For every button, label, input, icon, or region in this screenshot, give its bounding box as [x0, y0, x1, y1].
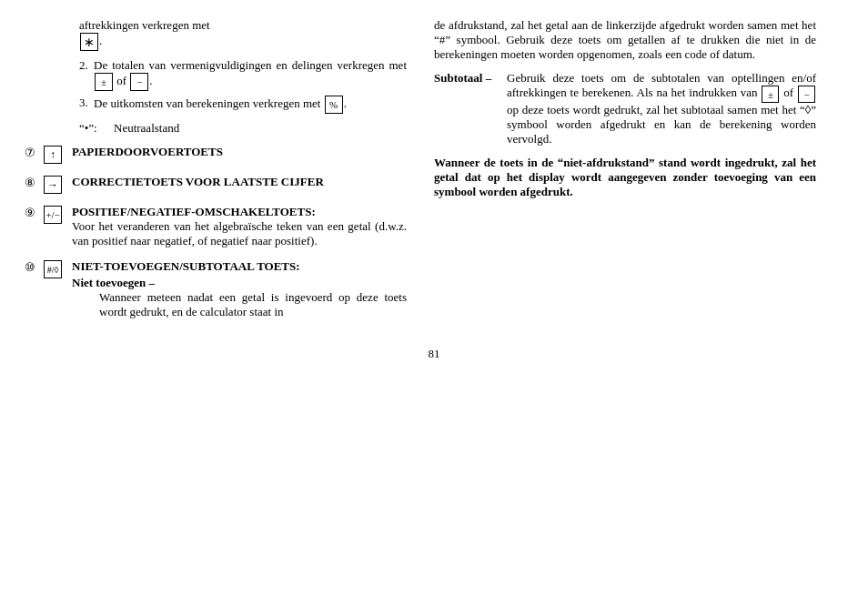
item-3-text: De uitkomsten van berekeningen verkregen…	[94, 96, 407, 114]
neutral-text: Neutraalstand	[114, 121, 179, 136]
plus-minus-box: ±	[95, 73, 113, 91]
section-8-title: POSITIEF/NEGATIEF-OMSCHAKELTOETS:	[72, 205, 407, 219]
section-6: ⑦ ↑ PAPIERDOORVOERTOETS	[25, 145, 407, 164]
section-9-body: Wanneer meteen nadat een getal is ingevo…	[99, 290, 407, 319]
item-3: 3. De uitkomsten van berekeningen verkre…	[79, 96, 407, 114]
right-para-1: de afdrukstand, zal het getal aan de lin…	[434, 18, 816, 62]
subtotaal-content: Gebruik deze toets om de subtotalen van …	[507, 71, 816, 146]
section-8-num: ⑨	[25, 205, 43, 220]
subtotaal-text-2: op deze toets wordt gedrukt, zal het sub…	[507, 103, 816, 146]
item-2-num: 2.	[79, 58, 94, 91]
numbered-items: 2. De totalen van vermenigvuldigingen en…	[79, 58, 407, 114]
columns-wrapper: aftrekkingen verkregen met ∗. 2. De tota…	[25, 18, 843, 330]
section-7: ⑧ → CORRECTIETOETS VOOR LAATSTE CIJFER	[25, 175, 407, 194]
page-container: aftrekkingen verkregen met ∗. 2. De tota…	[0, 0, 868, 616]
section-7-title: CORRECTIETOETS VOOR LAATSTE CIJFER	[72, 175, 324, 188]
section-6-content: PAPIERDOORVOERTOETS	[72, 145, 407, 159]
item-2: 2. De totalen van vermenigvuldigingen en…	[79, 58, 407, 91]
paper-feed-icon: ↑	[44, 146, 62, 164]
neutral-line: “•”: Neutraalstand	[79, 121, 407, 136]
intro-text: aftrekkingen verkregen met ∗.	[79, 18, 407, 51]
section-7-content: CORRECTIETOETS VOOR LAATSTE CIJFER	[72, 175, 407, 189]
subtotaal-label: Subtotaal –	[434, 71, 507, 146]
section-9-title: NIET-TOEVOEGEN/SUBTOTAAL TOETS:	[72, 259, 407, 274]
item-2-text: De totalen van vermenigvuldigingen en de…	[94, 58, 407, 91]
right-column: de afdrukstand, zal het getal aan de lin…	[434, 18, 816, 330]
bold-paragraph: Wanneer de toets in de “niet-afdrukstand…	[434, 156, 816, 199]
right-para-1-text: de afdrukstand, zal het getal aan de lin…	[434, 18, 816, 61]
minus-eq-box: −	[130, 73, 148, 91]
section-7-icon: →	[43, 175, 72, 194]
subtotaal-section: Subtotaal – Gebruik deze toets om de sub…	[434, 71, 816, 146]
subtotaal-of: of	[780, 86, 797, 99]
non-add-icon: #/◊	[44, 260, 62, 278]
section-6-title: PAPIERDOORVOERTOETS	[72, 145, 223, 158]
section-9-content: NIET-TOEVOEGEN/SUBTOTAAL TOETS: Niet toe…	[72, 259, 407, 319]
section-9: ⑩ #/◊ NIET-TOEVOEGEN/SUBTOTAAL TOETS: Ni…	[25, 259, 407, 319]
section-8-icon: +/−	[43, 205, 72, 224]
percent-box: %	[325, 96, 343, 114]
plus-icon-inline: ±	[762, 86, 779, 103]
item-3-num: 3.	[79, 96, 94, 114]
correct-icon: →	[44, 176, 62, 194]
section-6-num: ⑦	[25, 145, 43, 160]
section-9-num: ⑩	[25, 259, 43, 275]
section-8-body: Voor het veranderen van het algebraïsche…	[72, 219, 407, 248]
intro-text-span: aftrekkingen verkregen met	[79, 18, 210, 32]
section-8-content: POSITIEF/NEGATIEF-OMSCHAKELTOETS: Voor h…	[72, 205, 407, 248]
section-9-subtitle: Niet toevoegen –	[72, 276, 407, 290]
neutral-prefix: “•”:	[79, 121, 114, 136]
section-9-icon: #/◊	[43, 259, 72, 278]
left-column: aftrekkingen verkregen met ∗. 2. De tota…	[25, 18, 407, 330]
section-8: ⑨ +/− POSITIEF/NEGATIEF-OMSCHAKELTOETS: …	[25, 205, 407, 248]
section-7-num: ⑧	[25, 175, 43, 190]
pos-neg-icon: +/−	[44, 206, 62, 224]
section-6-icon: ↑	[43, 145, 72, 164]
star-icon-box: ∗	[80, 33, 98, 51]
minus-icon-inline: −	[798, 86, 815, 103]
page-number: 81	[429, 347, 440, 361]
